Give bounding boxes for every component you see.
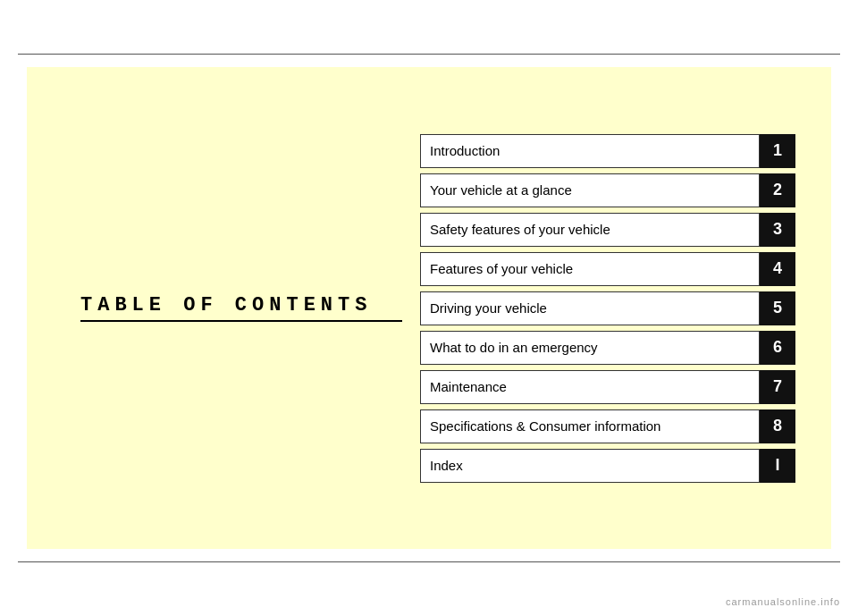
toc-row[interactable]: Introduction1 [420, 134, 795, 168]
toc-item-number: 1 [760, 134, 795, 168]
toc-item-label: What to do in an emergency [420, 331, 760, 365]
toc-row[interactable]: Specifications & Consumer information8 [420, 409, 795, 443]
toc-item-label: Index [420, 449, 760, 483]
toc-item-label: Features of your vehicle [420, 252, 760, 286]
toc-item-label: Maintenance [420, 370, 760, 404]
toc-item-label: Driving your vehicle [420, 291, 760, 325]
toc-row[interactable]: IndexI [420, 449, 795, 483]
toc-row[interactable]: Maintenance7 [420, 370, 795, 404]
toc-row[interactable]: Driving your vehicle5 [420, 291, 795, 325]
toc-item-number: 3 [760, 213, 795, 247]
toc-item-number: 7 [760, 370, 795, 404]
top-rule [18, 54, 840, 55]
toc-row[interactable]: Features of your vehicle4 [420, 252, 795, 286]
toc-item-number: I [760, 449, 795, 483]
toc-item-number: 6 [760, 331, 795, 365]
main-panel: TABLE OF CONTENTS Introduction1Your vehi… [27, 67, 831, 549]
toc-item-number: 2 [760, 173, 795, 207]
toc-item-label: Your vehicle at a glance [420, 173, 760, 207]
left-section: TABLE OF CONTENTS [63, 294, 402, 322]
toc-row[interactable]: What to do in an emergency6 [420, 331, 795, 365]
toc-item-label: Safety features of your vehicle [420, 213, 760, 247]
toc-item-number: 8 [760, 409, 795, 443]
watermark: carmanualsonline.info [726, 596, 840, 607]
toc-item-label: Specifications & Consumer information [420, 409, 760, 443]
toc-row[interactable]: Safety features of your vehicle3 [420, 213, 795, 247]
toc-row[interactable]: Your vehicle at a glance2 [420, 173, 795, 207]
toc-list: Introduction1Your vehicle at a glance2Sa… [402, 134, 795, 483]
toc-item-label: Introduction [420, 134, 760, 168]
toc-title: TABLE OF CONTENTS [80, 294, 402, 322]
toc-item-number: 4 [760, 252, 795, 286]
toc-item-number: 5 [760, 291, 795, 325]
bottom-rule [18, 561, 840, 562]
